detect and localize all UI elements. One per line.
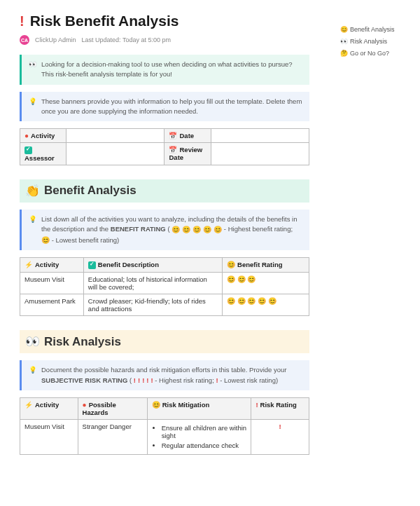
benefit-banner[interactable]: 💡 List down all of the activities you wa… (20, 210, 309, 251)
title-text: Risk Benefit Analysis (30, 13, 179, 29)
bulb-icon: 💡 (29, 214, 37, 246)
risk-heading: 👀 Risk Analysis (20, 330, 309, 353)
col-activity: ⚡Activity (20, 258, 84, 273)
bulb-icon: 💡 (29, 365, 37, 385)
col-hazards: ●Possible Hazards (78, 398, 147, 420)
eyes-icon: 👀 (25, 334, 40, 349)
assessor-cell[interactable] (66, 143, 164, 165)
benefit-table: ⚡Activity Benefit Description 😊Benefit R… (20, 257, 309, 316)
col-desc: Benefit Description (83, 258, 222, 273)
date-header: 📅Date (164, 129, 211, 143)
calendar-icon: 📅 (169, 146, 177, 153)
last-updated: Last Updated: Today at 5:00 pm (82, 36, 171, 43)
table-row[interactable]: Amusement ParkCrowd pleaser; Kid-friendl… (20, 294, 309, 316)
info-banner[interactable]: 💡 These banners provide you with informa… (20, 92, 309, 122)
author-name: ClickUp Admin (35, 36, 76, 43)
col-rating: 😊Benefit Rating (223, 258, 309, 273)
info-banner-text: These banners provide you with informati… (41, 97, 302, 117)
bolt-icon: ⚡ (24, 401, 33, 409)
meta-row: CA ClickUp Admin Last Updated: Today at … (20, 35, 309, 45)
outline-sidebar: 😊Benefit Analysis👀Risk Analysis🤔Go or No… (340, 24, 395, 60)
table-row[interactable]: Museum VisitStranger DangerEnsure all ch… (20, 420, 309, 455)
sidebar-item[interactable]: 👀Risk Analysis (340, 36, 395, 48)
intro-banner[interactable]: 👀 Looking for a decision-making tool to … (20, 55, 309, 85)
col-rating: !Risk Rating (251, 398, 309, 420)
avatar: CA (20, 35, 29, 45)
assessor-header: Assessor (20, 143, 66, 165)
sidebar-item[interactable]: 😊Benefit Analysis (340, 24, 395, 36)
header-table: ●Activity 📅Date Assessor 📅Review Date (20, 128, 309, 165)
check-icon (24, 146, 32, 154)
date-cell[interactable] (211, 129, 309, 143)
page-title: ! Risk Benefit Analysis (20, 13, 309, 29)
smile-icon: 😊 (227, 261, 235, 268)
risk-table: ⚡Activity ●Possible Hazards 😊Risk Mitiga… (20, 397, 309, 455)
benefit-banner-text: List down all of the activities you want… (41, 214, 302, 246)
exclamation-icon: ! (255, 401, 258, 409)
calendar-icon: 📅 (169, 132, 177, 139)
smile-icon: 😊 (152, 401, 160, 409)
risk-banner-text: Document the possible hazards and risk m… (41, 365, 302, 385)
dot-icon: ● (83, 401, 87, 409)
bolt-icon: ⚡ (24, 261, 33, 268)
exclamation-icon: ! (20, 13, 24, 29)
activity-cell[interactable] (66, 129, 164, 143)
clap-icon: 👏 (25, 184, 40, 198)
col-mitigation: 😊Risk Mitigation (147, 398, 251, 420)
intro-banner-text: Looking for a decision-making tool to us… (41, 60, 302, 80)
activity-header: ●Activity (20, 129, 66, 143)
eyes-icon: 👀 (29, 60, 37, 80)
check-icon (88, 261, 96, 269)
benefit-heading: 👏 Benefit Analysis (20, 179, 309, 203)
sidebar-item[interactable]: 🤔Go or No Go? (340, 48, 395, 60)
bulb-icon: 💡 (29, 97, 37, 117)
review-header: 📅Review Date (164, 143, 211, 165)
col-activity: ⚡Activity (20, 398, 78, 420)
risk-banner[interactable]: 💡 Document the possible hazards and risk… (20, 360, 309, 390)
review-cell[interactable] (211, 143, 309, 165)
table-row[interactable]: Museum VisitEducational; lots of histori… (20, 273, 309, 294)
dot-icon: ● (24, 132, 29, 139)
